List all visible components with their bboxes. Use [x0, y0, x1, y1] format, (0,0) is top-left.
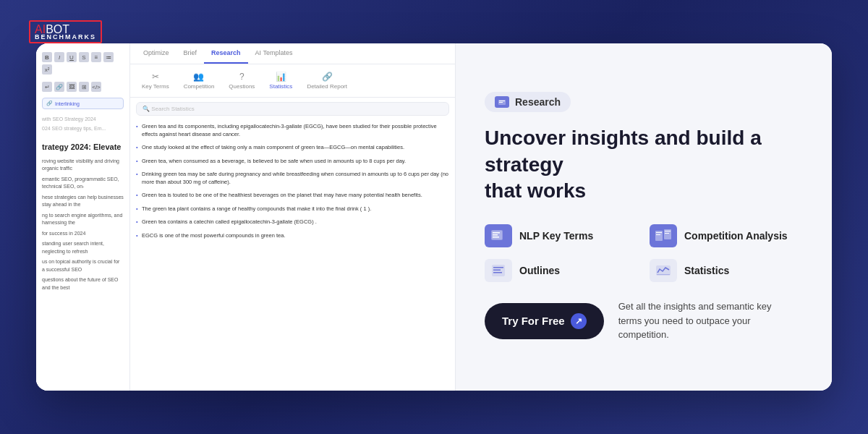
feature-competition-label: Competition Analysis: [684, 230, 788, 242]
feature-nlp-key-terms: NLP Key Terms: [485, 224, 638, 247]
research-item-4: Green tea is touted to be one of the hea…: [136, 192, 449, 200]
bold-btn[interactable]: B: [42, 52, 52, 62]
subtab-competition-label: Competition: [184, 83, 215, 90]
link-btn[interactable]: 🔗: [54, 82, 64, 92]
research-item-3: Drinking green tea may be safe during pr…: [136, 171, 449, 186]
subtab-statistics[interactable]: 📊 Statistics: [263, 69, 298, 93]
cta-row: Try For Free ↗ Get all the insights and …: [485, 299, 803, 342]
tab-ai-templates[interactable]: AI Templates: [248, 43, 300, 64]
editor-meta-2: 024 SEO strategy tips, Em...: [42, 124, 124, 134]
statistics-feature-icon: [650, 259, 677, 282]
svg-rect-8: [493, 234, 498, 236]
research-item-5: The green tea plant contains a range of …: [136, 205, 449, 213]
key-terms-icon: ✂: [152, 72, 159, 82]
main-card: B I U S ≡ ≔ x² ↵ 🔗 🖼 ⊞ </> 🔗 Interlinkin…: [36, 43, 832, 391]
svg-rect-13: [656, 234, 660, 235]
editor-body-6: standing user search intent, neglecting …: [42, 240, 124, 255]
editor-body-3: hese strategies can help businesses stay…: [42, 194, 124, 209]
features-grid: NLP Key Terms Competition Analysis: [485, 224, 803, 282]
svg-rect-18: [493, 270, 501, 271]
try-for-free-button[interactable]: Try For Free ↗: [485, 303, 604, 339]
research-panel: Optimize Brief Research AI Templates ✂ K…: [130, 43, 455, 391]
questions-icon: ?: [239, 72, 244, 82]
subtab-statistics-label: Statistics: [269, 83, 292, 90]
editor-body-5: for success in 2024: [42, 230, 124, 238]
italic-btn[interactable]: I: [54, 52, 64, 62]
statistics-icon: 📊: [276, 72, 286, 82]
tab-research[interactable]: Research: [204, 43, 248, 64]
editor-body-7: us on topical authority is crucial for a…: [42, 258, 124, 273]
editor-sidebar: B I U S ≡ ≔ x² ↵ 🔗 🖼 ⊞ </> 🔗 Interlinkin…: [36, 43, 130, 391]
research-tabs: Optimize Brief Research AI Templates: [130, 43, 455, 64]
research-item-1: One study looked at the effect of taking…: [136, 144, 449, 152]
subtab-questions[interactable]: ? Questions: [223, 69, 260, 93]
main-heading: Uncover insights and build a strategy th…: [485, 125, 803, 204]
logo-area: AI BOT BENCHMARKS: [29, 20, 102, 43]
tab-brief[interactable]: Brief: [176, 43, 205, 64]
svg-rect-15: [665, 233, 669, 234]
research-item-2: Green tea, when consumed as a beverage, …: [136, 158, 449, 166]
indent-btn[interactable]: ↵: [42, 82, 52, 92]
left-panel: B I U S ≡ ≔ x² ↵ 🔗 🖼 ⊞ </> 🔗 Interlinkin…: [36, 43, 456, 391]
research-item-6: Green tea contains a catechin called epi…: [136, 218, 449, 226]
editor-body-8: questions about the future of SEO and th…: [42, 276, 124, 292]
subtab-competition[interactable]: 👥 Competition: [178, 69, 221, 93]
try-btn-arrow-icon: ↗: [571, 313, 587, 329]
subtab-key-terms-label: Key Terms: [142, 83, 169, 90]
research-subtabs: ✂ Key Terms 👥 Competition ? Questions 📊 …: [130, 64, 455, 98]
editor-toolbar: B I U S ≡ ≔ x²: [42, 52, 124, 75]
svg-rect-3: [499, 102, 503, 103]
research-content: Green tea and its components, including …: [130, 120, 455, 391]
svg-rect-19: [493, 272, 502, 273]
subtab-detailed-report[interactable]: 🔗 Detailed Report: [301, 69, 353, 93]
table-btn[interactable]: ⊞: [79, 82, 89, 92]
competition-icon: 👥: [193, 72, 204, 82]
heading-line1: Uncover insights and build a strategy: [485, 127, 762, 175]
tab-optimize[interactable]: Optimize: [136, 43, 176, 64]
toolbar-row2: ↵ 🔗 🖼 ⊞ </>: [42, 82, 124, 92]
ordered-list-btn[interactable]: ≔: [103, 52, 114, 62]
search-bar[interactable]: 🔍 Search Statistics: [136, 102, 449, 116]
underline-btn[interactable]: U: [67, 52, 77, 62]
feature-competition-analysis: Competition Analysis: [650, 224, 803, 247]
svg-rect-21: [657, 274, 670, 275]
feature-statistics-label: Statistics: [684, 265, 729, 276]
subtab-questions-label: Questions: [229, 83, 255, 90]
code-btn[interactable]: </>: [91, 82, 101, 92]
superscript-btn[interactable]: x²: [42, 64, 52, 75]
svg-rect-2: [499, 101, 505, 101]
interlinking-icon: 🔗: [46, 101, 53, 106]
editor-meta: with SEO Strategy 2024 024 SEO strategy …: [42, 115, 124, 133]
logo-sub: BENCHMARKS: [35, 33, 96, 41]
detailed-report-icon: 🔗: [322, 72, 333, 82]
editor-body-1: roving website visibility and driving or…: [42, 158, 124, 173]
svg-rect-9: [493, 237, 499, 238]
subtab-detailed-report-label: Detailed Report: [307, 83, 347, 90]
try-btn-label: Try For Free: [502, 315, 565, 327]
feature-nlp-label: NLP Key Terms: [519, 230, 593, 242]
logo-box: AI BOT BENCHMARKS: [29, 20, 102, 43]
svg-rect-12: [656, 232, 662, 233]
nlp-key-terms-icon: [485, 224, 512, 247]
editor-meta-1: with SEO Strategy 2024: [42, 115, 124, 124]
badge-label: Research: [515, 96, 561, 108]
interlinking-badge: 🔗 Interlinking: [42, 98, 124, 109]
image-btn[interactable]: 🖼: [67, 82, 77, 92]
svg-rect-7: [493, 232, 500, 234]
feature-outlines: Outlines: [485, 259, 638, 282]
cta-description: Get all the insights and semantic key te…: [618, 299, 778, 342]
strikethrough-btn[interactable]: S: [79, 52, 89, 62]
right-panel: Research Uncover insights and build a st…: [456, 43, 832, 391]
research-badge: Research: [485, 92, 571, 112]
competition-analysis-icon: [650, 224, 677, 247]
editor-body-4: ng to search engine algorithms, and harn…: [42, 212, 124, 227]
editor-title: trategy 2024: Elevate: [42, 142, 124, 153]
heading-line2: that works: [485, 179, 586, 202]
list-btn[interactable]: ≡: [91, 52, 101, 62]
research-item-7: EGCG is one of the most powerful compoun…: [136, 232, 449, 240]
research-item-0: Green tea and its components, including …: [136, 123, 449, 138]
subtab-key-terms[interactable]: ✂ Key Terms: [136, 69, 175, 93]
outlines-icon: [485, 259, 512, 282]
badge-icon: [495, 96, 509, 108]
feature-outlines-label: Outlines: [519, 265, 560, 276]
